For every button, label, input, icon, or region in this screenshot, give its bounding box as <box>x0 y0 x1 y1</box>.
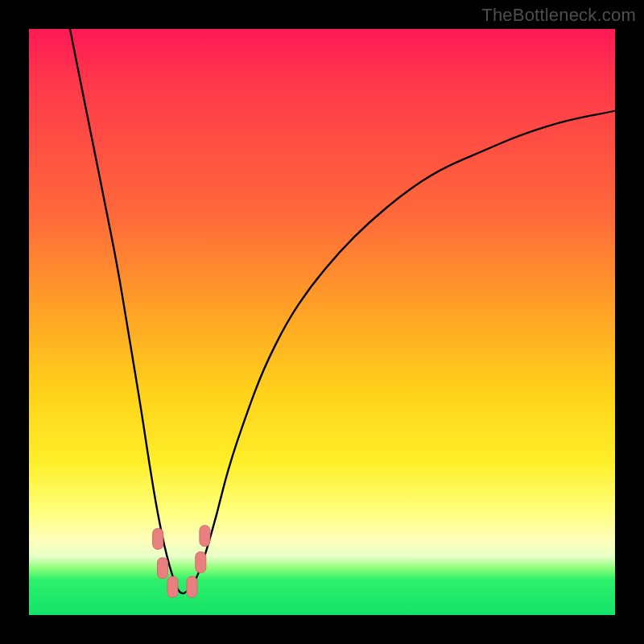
plot-area <box>29 29 615 615</box>
bottleneck-curve <box>70 29 615 593</box>
watermark-text: TheBottleneck.com <box>481 5 636 26</box>
highlight-markers <box>153 526 210 597</box>
marker <box>196 552 206 573</box>
marker <box>158 558 168 579</box>
marker <box>153 528 163 549</box>
curve-layer <box>29 29 615 615</box>
marker <box>200 526 210 547</box>
marker <box>187 576 197 597</box>
chart-frame: TheBottleneck.com <box>0 0 644 644</box>
marker <box>167 576 178 597</box>
